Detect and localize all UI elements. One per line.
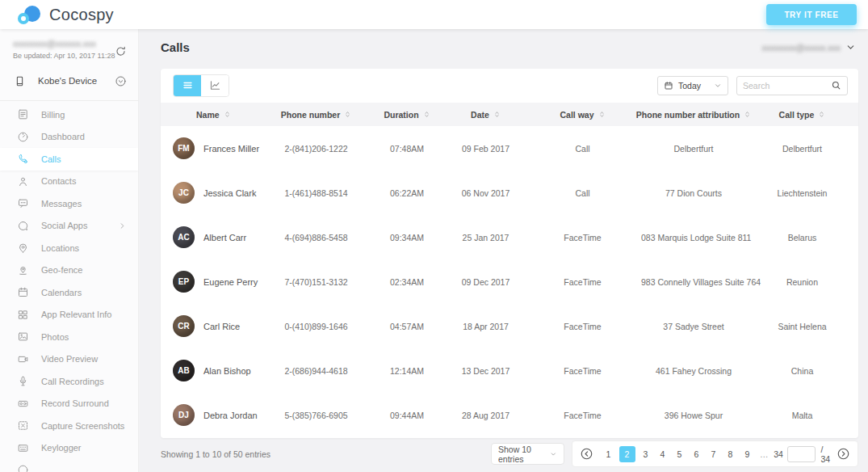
sidebar-item-video-preview[interactable]: Video Preview [0,348,138,371]
next-page-icon[interactable] [837,447,850,461]
sidebar-item-messages[interactable]: Messages [0,192,138,215]
divider [0,100,138,101]
main-content: Calls xxxxxxxx@xxxxx.xxx Today [139,29,868,472]
video-icon [17,353,29,365]
call-way-cell: Call [524,144,641,154]
phone-number-cell: 2-(686)944-4618 [266,366,367,376]
sidebar-item-photos[interactable]: Photos [0,326,138,348]
screenshot-icon [17,419,29,432]
column-header-duration[interactable]: Duration [367,109,447,120]
sidebar-item-app-relevant-info[interactable]: App Relevant Info [0,304,138,327]
sidebar-item-billing[interactable]: Billing [0,103,138,126]
date-cell: 09 Dec 2017 [447,277,524,287]
column-header-call-type[interactable]: Call type [746,109,858,120]
sort-icon[interactable] [818,109,825,120]
sidebar-item-label: Messages [41,199,82,209]
sidebar-item-call-recordings[interactable]: Call Recordings [0,370,138,393]
column-header-name[interactable]: Name [161,109,266,120]
sort-icon[interactable] [598,109,606,120]
table-row: DJ Debra Jordan 5-(385)766-6905 09:44AM … [161,393,858,437]
sidebar-item-keylogger[interactable]: Keylogger [0,437,138,460]
date-cell: 13 Dec 2017 [447,366,524,376]
search-input[interactable] [743,81,831,91]
table-body: FM Frances Miller 2-(841)206-1222 07:48A… [161,126,858,437]
sort-icon[interactable] [493,109,501,120]
prev-page-icon[interactable] [580,447,593,461]
account-dropdown[interactable]: xxxxxxxx@xxxxx.xxx [761,42,856,53]
contact-name: Alan Bishop [203,366,251,376]
sidebar-item-label: Photos [41,332,69,342]
search-icon[interactable] [831,80,841,91]
page-number-5[interactable]: 5 [673,446,686,462]
sidebar-item-partial[interactable] [0,459,138,472]
page-number-4[interactable]: 4 [656,446,669,462]
sidebar-item-record-surround[interactable]: Record Surround [0,393,138,415]
date-filter-value: Today [678,81,701,91]
showing-entries-text: Showing 1 to 10 of 50 entries [161,449,270,459]
sort-icon[interactable] [344,109,351,120]
page-number-1[interactable]: 1 [602,446,615,462]
social-apps-icon [17,220,29,232]
sidebar-item-calls[interactable]: Calls [0,148,138,171]
page-jump-input[interactable] [787,446,816,462]
page-number-last[interactable]: 34 [772,446,785,462]
table-row: JC Jessica Clark 1-(461)488-8514 06:22AM… [161,171,858,215]
page-number-2[interactable]: 2 [619,446,635,462]
avatar: AC [173,226,195,248]
cocospy-logo-icon [18,5,42,24]
sidebar-item-social-apps[interactable]: Social Apps [0,215,138,238]
call-way-cell: Call [524,188,641,198]
column-header-phone-number-attribution[interactable]: Phone number attribution [641,109,746,120]
chevron-down-icon [845,42,856,53]
chevron-down-icon [550,450,557,458]
column-header-call-way[interactable]: Call way [524,109,641,120]
contact-name: Eugene Perry [203,277,258,287]
billing-icon [17,108,29,120]
pagination-bar: 123456789 … 34 / 34 [572,440,858,467]
sidebar-item-contacts[interactable]: Contacts [0,171,138,193]
table-row: AC Albert Carr 4-(694)886-5458 09:34AM 2… [161,215,858,259]
page-total-text: / 34 [821,445,831,464]
call-type-cell: Saint Helena [746,322,858,331]
try-it-free-button[interactable]: TRY IT FREE [766,4,857,25]
sort-icon[interactable] [224,109,231,120]
page-number-8[interactable]: 8 [724,446,737,462]
calls-icon [17,153,29,165]
device-selector[interactable]: Kobe's Device [0,70,138,92]
page-number-9[interactable]: 9 [741,446,754,462]
sidebar-item-locations[interactable]: Locations [0,237,138,259]
page-number-7[interactable]: 7 [707,446,720,462]
chevron-down-icon [714,82,722,90]
list-view-button[interactable] [174,75,201,96]
device-icon [14,75,26,87]
avatar: JC [173,182,195,204]
avatar: DJ [173,404,195,426]
chevron-circle-down-icon[interactable] [115,75,127,87]
top-bar: Cocospy TRY IT FREE [0,0,868,29]
page-number-6[interactable]: 6 [690,446,703,462]
duration-cell: 06:22AM [367,188,447,198]
device-name: Kobe's Device [38,76,97,86]
chart-view-button[interactable] [201,75,229,96]
call-way-cell: FaceTime [524,366,641,376]
sidebar-item-capture-screenshots[interactable]: Capture Screenshots [0,415,138,437]
sidebar-item-label: Locations [41,243,79,253]
duration-cell: 12:14AM [367,366,447,376]
sidebar-item-geo-fence[interactable]: Geo-fence [0,259,138,282]
sidebar-menu: Billing Dashboard Calls Contacts Message… [0,103,138,472]
call-way-cell: FaceTime [524,233,641,242]
date-filter-dropdown[interactable]: Today [657,76,728,95]
page-number-3[interactable]: 3 [639,446,652,462]
sidebar-item-calendars[interactable]: Calendars [0,281,138,304]
photos-icon [17,331,29,343]
show-entries-dropdown[interactable]: Show 10 entries [491,443,564,465]
column-header-phone-number[interactable]: Phone number [266,109,367,120]
avatar: AB [173,360,195,381]
date-cell: 09 Feb 2017 [447,144,524,154]
sort-icon[interactable] [423,109,430,120]
sidebar-item-dashboard[interactable]: Dashboard [0,126,138,149]
view-toggle-group [173,74,229,97]
column-header-date[interactable]: Date [447,109,524,120]
sidebar: xxxxxxxx@xxxxxx.xxx Be updated: Apr 10, … [0,29,139,472]
refresh-icon[interactable] [115,45,127,57]
